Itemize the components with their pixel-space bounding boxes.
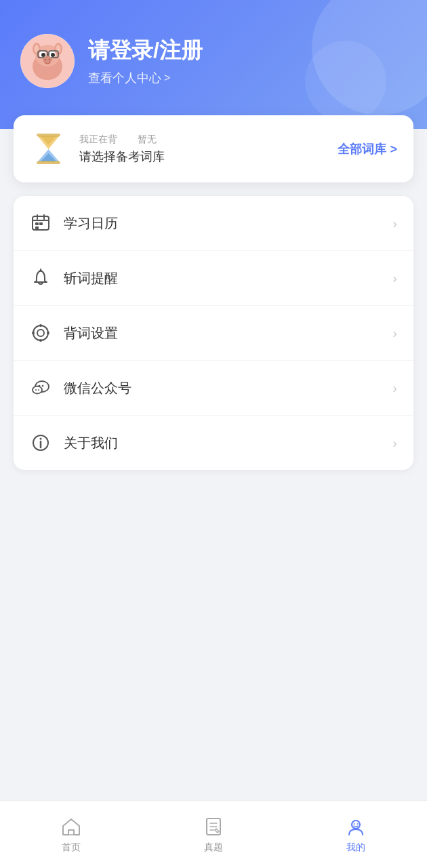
menu-item-vocab-settings[interactable]: 背词设置 ›: [14, 306, 413, 361]
svg-rect-25: [35, 222, 39, 225]
svg-point-14: [43, 56, 52, 63]
svg-point-34: [47, 332, 49, 334]
chevron-right-icon: ›: [392, 435, 397, 451]
login-register-title[interactable]: 请登录/注册: [88, 36, 203, 66]
about-us-label: 关于我们: [64, 434, 392, 452]
menu-item-about[interactable]: 关于我们 ›: [14, 416, 413, 470]
svg-point-33: [32, 332, 35, 334]
profile-center-link[interactable]: 查看个人中心 >: [88, 70, 203, 86]
settings-icon: [30, 322, 52, 344]
vocab-info: 我正在背 暂无 请选择备考词库: [79, 134, 338, 165]
home-icon: [60, 816, 82, 837]
svg-point-10: [51, 53, 55, 57]
svg-point-30: [37, 330, 44, 336]
svg-rect-18: [37, 161, 60, 164]
svg-point-37: [39, 385, 41, 387]
chevron-right-icon: ›: [392, 326, 397, 341]
svg-point-43: [40, 438, 42, 440]
currently-studying-label: 我正在背: [79, 134, 117, 146]
svg-point-39: [35, 389, 37, 391]
all-vocab-button[interactable]: 全部词库 >: [338, 141, 397, 157]
bell-icon: [30, 267, 52, 289]
menu-item-wechat[interactable]: 微信公众号 ›: [14, 361, 413, 416]
nav-item-mine[interactable]: 我的: [285, 816, 427, 854]
bottom-nav: 首页 真题 我: [0, 800, 427, 868]
study-calendar-label: 学习日历: [64, 214, 392, 233]
header: 请登录/注册 查看个人中心 >: [0, 0, 427, 129]
svg-point-15: [45, 59, 47, 61]
svg-point-29: [33, 326, 48, 340]
word-reminder-label: 斩词提醒: [64, 269, 392, 288]
nav-item-home[interactable]: 首页: [0, 816, 142, 854]
home-nav-label: 首页: [62, 842, 81, 854]
chevron-right-icon: ›: [392, 380, 397, 396]
exam-icon: [203, 816, 224, 837]
svg-point-51: [357, 823, 359, 825]
wechat-label: 微信公众号: [64, 379, 392, 397]
exam-nav-label: 真题: [204, 842, 223, 854]
svg-rect-17: [37, 134, 60, 136]
svg-point-16: [49, 59, 51, 61]
svg-point-31: [39, 324, 42, 327]
mine-icon: [345, 816, 367, 837]
vocab-card[interactable]: 我正在背 暂无 请选择备考词库 全部词库 >: [14, 115, 413, 182]
info-icon: [30, 432, 52, 454]
avatar[interactable]: [20, 34, 75, 88]
svg-rect-44: [68, 830, 74, 835]
svg-point-9: [41, 53, 45, 57]
menu-section: 学习日历 › 斩词提醒 › 背词设置 ›: [14, 196, 413, 470]
svg-point-40: [38, 389, 39, 391]
nav-item-exam[interactable]: 真题: [142, 816, 285, 854]
svg-point-49: [352, 821, 360, 829]
chevron-right-icon: ›: [392, 271, 397, 286]
calendar-icon: [30, 212, 52, 234]
svg-rect-27: [35, 226, 39, 229]
menu-item-study-calendar[interactable]: 学习日历 ›: [14, 196, 413, 251]
status-value: 暂无: [138, 134, 157, 146]
vocab-settings-label: 背词设置: [64, 324, 392, 342]
svg-rect-26: [39, 222, 43, 225]
svg-point-32: [39, 339, 42, 342]
menu-item-word-reminder[interactable]: 斩词提醒 ›: [14, 251, 413, 306]
chevron-right-icon: >: [164, 72, 170, 84]
svg-point-36: [33, 387, 42, 394]
chevron-right-icon: ›: [392, 216, 397, 231]
wechat-icon: [30, 377, 52, 399]
svg-point-50: [354, 823, 355, 825]
hourglass-icon: [30, 130, 67, 167]
svg-point-38: [42, 385, 44, 387]
mine-nav-label: 我的: [346, 842, 365, 854]
vocab-prompt: 请选择备考词库: [79, 149, 338, 165]
